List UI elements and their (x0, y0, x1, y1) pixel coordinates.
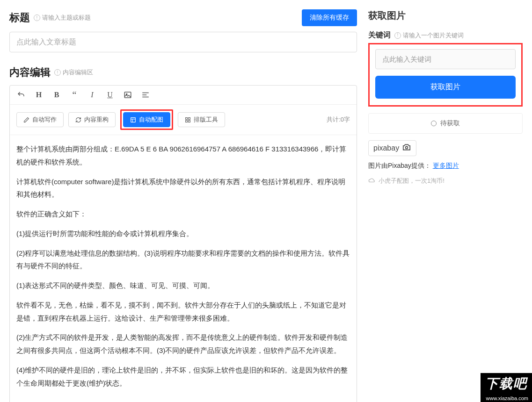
title-hint: ! 请输入主题或标题 (34, 14, 91, 22)
paragraph: (1)表达形式不同的硬件类型、颜色、味道、可见、可摸、可闻。 (16, 279, 350, 292)
align-left-icon[interactable] (141, 90, 150, 100)
title-label: 标题 (9, 11, 30, 25)
paragraph: (4)维护不同的硬件是旧的，理论上软件是旧的，并不坏，但实际上软件也是旧的和坏的… (16, 364, 350, 390)
camera-icon (402, 144, 411, 153)
svg-rect-11 (189, 120, 190, 122)
title-section-header: 标题 ! 请输入主题或标题 清除所有缓存 (9, 9, 357, 26)
pencil-icon (23, 117, 29, 123)
auto-write-button[interactable]: 自动写作 (16, 112, 64, 127)
quote-icon[interactable]: “ (70, 90, 79, 100)
paragraph: (1)提供运行时所需功能和性能的命令或计算机程序集合。 (16, 227, 350, 240)
editor-content[interactable]: 整个计算机系统由两部分组成：E.69DA 5 E 6 BA 9062616964… (10, 135, 357, 402)
keyword-input[interactable] (375, 49, 516, 69)
svg-rect-5 (131, 117, 136, 122)
svg-rect-8 (186, 117, 188, 119)
image-credit: 图片由Pixabay提供： 更多图片 (368, 162, 523, 170)
word-count: 共计:0字 (327, 115, 350, 124)
layout-icon (130, 117, 136, 123)
editor-box: H B “ I U 自动写作 内容重构 (9, 85, 357, 402)
cloud-icon (368, 178, 376, 185)
svg-rect-9 (189, 117, 190, 119)
paragraph: 软件看不见，无色，枯燥，看不见，摸不到，闻不到。软件大部分存在于人们的头脑或纸上… (16, 299, 350, 325)
info-icon: ! (54, 69, 61, 76)
paragraph: 计算机软件(computer software)是指计算机系统中除硬件以外的所有… (16, 175, 350, 201)
fetch-image-button[interactable]: 获取图片 (375, 76, 516, 99)
paragraph: (2)生产方式不同的软件是开发，是人类智能的高发挥，而不是传统意义上的硬件制造。… (16, 331, 350, 357)
pending-circle-icon (431, 121, 437, 126)
content-hint: ! 内容编辑区 (54, 68, 93, 77)
format-toolbar: H B “ I U (10, 86, 357, 105)
auto-image-button[interactable]: 自动配图 (123, 112, 170, 127)
underline-icon[interactable]: U (105, 90, 115, 100)
layout-tool-button[interactable]: 排版工具 (178, 112, 225, 127)
image-icon[interactable] (123, 90, 132, 100)
highlight-fetch-box: 获取图片 (368, 43, 523, 107)
highlight-auto-image: 自动配图 (120, 109, 173, 130)
svg-rect-10 (186, 120, 188, 122)
watermark-text: 下载吧 (481, 373, 532, 395)
pending-status: 待获取 (368, 113, 523, 134)
clear-cache-button[interactable]: 清除所有缓存 (302, 9, 357, 26)
refresh-icon (75, 117, 81, 123)
more-images-link[interactable]: 更多图片 (433, 162, 459, 169)
italic-icon[interactable]: I (87, 90, 97, 100)
content-label: 内容编辑 (9, 65, 51, 79)
undo-icon[interactable] (16, 90, 26, 100)
svg-point-12 (406, 146, 408, 149)
pixabay-logo: pixabay (368, 140, 416, 156)
paragraph: 软件的正确含义如下： (16, 208, 350, 221)
info-icon: ! (34, 14, 40, 21)
article-title-input[interactable] (9, 32, 357, 52)
fetch-image-title: 获取图片 (368, 9, 523, 22)
info-icon: ! (394, 32, 401, 39)
paragraph: (2)程序可以满意地处理信息的数据结构。(3)说明程序功能要求和程序需要的文档的… (16, 247, 350, 273)
content-section-header: 内容编辑 ! 内容编辑区 (9, 65, 357, 79)
action-toolbar: 自动写作 内容重构 自动配图 排版工具 共计:0字 (10, 105, 357, 135)
restructure-button[interactable]: 内容重构 (68, 112, 116, 127)
heading-icon[interactable]: H (34, 90, 44, 100)
keyword-hint: ! 请输入一个图片关键词 (394, 31, 464, 40)
grid-icon (185, 117, 191, 123)
paragraph: 整个计算机系统由两部分组成：E.69DA 5 E 6 BA 9062616964… (16, 143, 350, 169)
watermark: 下载吧 www.xiazaiba.com (481, 373, 532, 402)
tip-row: 小虎子配图，一次1淘币! (368, 177, 523, 185)
bold-icon[interactable]: B (52, 90, 61, 100)
keyword-label: 关键词 (368, 30, 391, 40)
watermark-url: www.xiazaiba.com (481, 395, 532, 402)
